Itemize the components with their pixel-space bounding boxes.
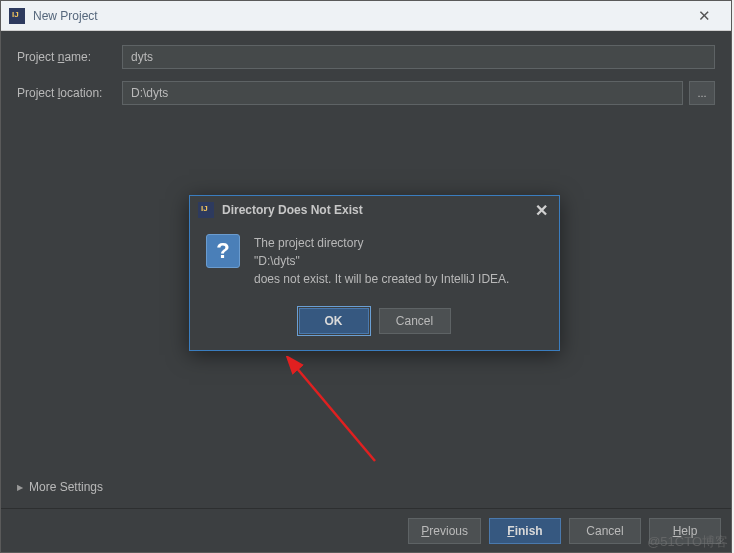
chevron-right-icon: ▶ — [17, 483, 23, 492]
project-location-label: Project location: — [17, 86, 122, 100]
footer: Previous Finish Cancel Help — [1, 508, 731, 552]
dialog-message: The project directory "D:\dyts" does not… — [254, 234, 509, 288]
question-icon: ? — [206, 234, 240, 268]
help-button[interactable]: Help — [649, 518, 721, 544]
previous-button[interactable]: Previous — [408, 518, 481, 544]
project-location-input[interactable] — [122, 81, 683, 105]
ok-button[interactable]: OK — [299, 308, 369, 334]
intellij-icon — [9, 8, 25, 24]
dialog-body: ? The project directory "D:\dyts" does n… — [190, 224, 559, 300]
titlebar: New Project ✕ — [1, 1, 731, 31]
more-settings-label: More Settings — [29, 480, 103, 494]
intellij-icon — [198, 202, 214, 218]
window-close-button[interactable]: ✕ — [681, 2, 727, 30]
dialog-close-button[interactable]: ✕ — [529, 198, 553, 222]
project-location-row: Project location: ... — [17, 81, 715, 105]
project-name-label: Project name: — [17, 50, 122, 64]
project-name-input[interactable] — [122, 45, 715, 69]
finish-button[interactable]: Finish — [489, 518, 561, 544]
dialog-footer: OK Cancel — [190, 300, 559, 350]
dialog-titlebar: Directory Does Not Exist ✕ — [190, 196, 559, 224]
window-title: New Project — [33, 9, 681, 23]
directory-not-exist-dialog: Directory Does Not Exist ✕ ? The project… — [189, 195, 560, 351]
dialog-cancel-button[interactable]: Cancel — [379, 308, 451, 334]
more-settings-toggle[interactable]: ▶ More Settings — [17, 480, 103, 494]
cancel-button[interactable]: Cancel — [569, 518, 641, 544]
browse-button[interactable]: ... — [689, 81, 715, 105]
project-name-row: Project name: — [17, 45, 715, 69]
dialog-title: Directory Does Not Exist — [222, 203, 363, 217]
